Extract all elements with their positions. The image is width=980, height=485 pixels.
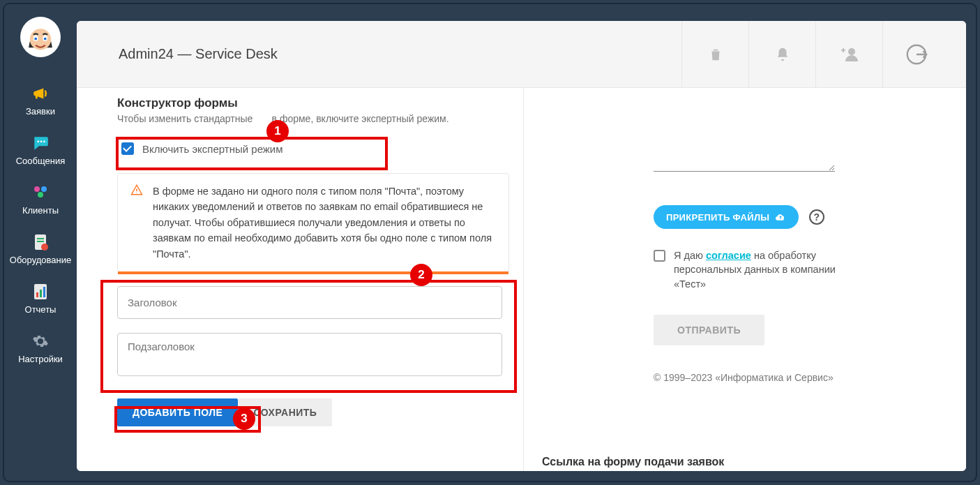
nav-item-settings[interactable]: Настройки	[4, 326, 77, 375]
cloud-upload-icon	[775, 211, 786, 223]
nav-label: Заявки	[4, 106, 77, 117]
main: Admin24 — Service Desk Конструктор	[77, 21, 966, 471]
gear-icon	[4, 331, 77, 351]
svg-point-7	[40, 140, 43, 142]
bell-icon	[775, 46, 790, 63]
svg-point-6	[37, 140, 39, 142]
nav-label: Сообщения	[4, 156, 77, 166]
logout-button[interactable]	[882, 21, 949, 88]
report-icon	[4, 282, 77, 301]
svg-point-15	[41, 244, 48, 251]
help-button[interactable]: ?	[809, 209, 824, 225]
sidebar: Заявки Сообщения Клиенты Оборудование От	[4, 4, 77, 481]
checkbox-checked-icon	[121, 142, 134, 155]
svg-point-8	[43, 140, 45, 142]
svg-rect-14	[37, 241, 44, 242]
svg-point-10	[41, 186, 47, 192]
expert-mode-toggle[interactable]: Включить экспертный режим	[117, 137, 509, 161]
nav-item-requests[interactable]: Заявки	[4, 78, 77, 128]
topbar: Admin24 — Service Desk	[77, 21, 966, 88]
nav-label: Настройки	[4, 354, 77, 364]
logout-icon	[905, 43, 928, 66]
svg-rect-19	[43, 287, 45, 297]
svg-point-4	[34, 38, 37, 40]
attach-files-button[interactable]: ПРИКРЕПИТЬ ФАЙЛЫ	[654, 205, 799, 229]
nav-item-reports[interactable]: Отчеты	[4, 276, 77, 326]
annotation-marker-2: 2	[410, 264, 432, 286]
clipboard-icon	[4, 232, 77, 252]
add-user-button[interactable]	[815, 21, 882, 88]
notifications-button[interactable]	[748, 21, 815, 88]
nav-label: Отчеты	[4, 304, 77, 315]
warning-alert: В форме не задано ни одного поля с типом…	[117, 173, 509, 272]
annotation-marker-3: 3	[233, 408, 255, 430]
form-preview-panel: ПРИКРЕПИТЬ ФАЙЛЫ ? Я даю согласие на обр…	[523, 88, 966, 471]
nav-item-equipment[interactable]: Оборудование	[4, 227, 77, 276]
svg-point-20	[848, 48, 855, 55]
svg-point-11	[38, 192, 43, 197]
consent-checkbox[interactable]	[654, 250, 665, 262]
page-title: Admin24 — Service Desk	[119, 46, 278, 62]
copyright-text: © 1999–2023 «Информатика и Сервис»	[654, 372, 927, 383]
consent-text: Я даю согласие на обработку персональных…	[674, 248, 842, 291]
annotation-marker-1: 1	[266, 120, 289, 142]
people-icon	[4, 183, 77, 202]
nav-item-messages[interactable]: Сообщения	[4, 128, 77, 177]
topbar-actions	[681, 21, 882, 88]
add-field-button[interactable]: ДОБАВИТЬ ПОЛЕ	[117, 398, 238, 426]
attach-label: ПРИКРЕПИТЬ ФАЙЛЫ	[666, 212, 769, 223]
svg-rect-13	[37, 238, 44, 239]
section-title: Конструктор формы	[117, 96, 509, 110]
svg-point-5	[44, 38, 47, 40]
description-textarea[interactable]	[654, 89, 835, 172]
svg-rect-17	[36, 292, 38, 297]
consent-link[interactable]: согласие	[706, 250, 751, 261]
form-link-heading: Ссылка на форму подачи заявок	[524, 449, 724, 471]
nav-label: Клиенты	[4, 205, 77, 216]
trash-icon	[708, 46, 723, 63]
expert-mode-label: Включить экспертный режим	[142, 143, 283, 155]
add-user-icon	[839, 46, 860, 63]
submit-button[interactable]: ОТПРАВИТЬ	[654, 315, 764, 345]
svg-rect-18	[40, 290, 42, 297]
nav-item-clients[interactable]: Клиенты	[4, 177, 77, 227]
heading-input[interactable]	[117, 286, 502, 319]
delete-button[interactable]	[681, 21, 748, 88]
consent-row: Я даю согласие на обработку персональных…	[654, 248, 842, 291]
app-frame: Заявки Сообщения Клиенты Оборудование От	[3, 3, 977, 482]
form-constructor-panel: Конструктор формы Чтобы изменить стандар…	[77, 88, 523, 471]
subheading-input[interactable]	[117, 333, 502, 376]
content: Конструктор формы Чтобы изменить стандар…	[77, 88, 966, 471]
megaphone-icon	[4, 84, 77, 103]
section-subtitle: Чтобы изменить стандартные в форме, вклю…	[117, 113, 509, 124]
nav-label: Оборудование	[4, 255, 77, 265]
svg-point-9	[34, 186, 40, 192]
chat-icon	[4, 133, 77, 153]
avatar[interactable]	[20, 17, 61, 57]
warning-icon	[130, 184, 143, 199]
warning-text: В форме не задано ни одного поля с типом…	[153, 184, 496, 262]
